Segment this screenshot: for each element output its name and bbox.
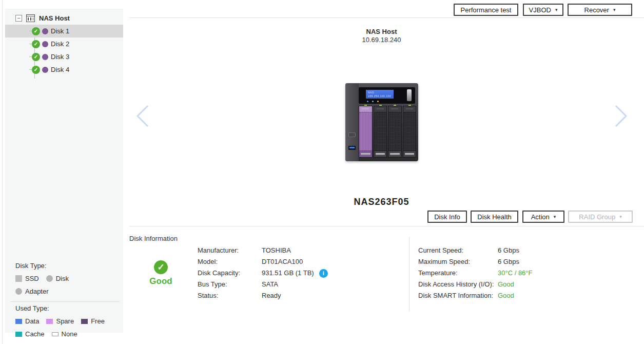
info-row: Status: Ready [198,290,362,301]
drive-bay-2 [374,106,387,158]
power-button-icon [348,132,356,137]
field-label: Maximum Speed: [418,256,498,267]
lcd-display: NAS 169.254.100.100 [366,90,394,99]
field-value: 6 Gbps [498,256,519,267]
field-value: 6 Gbps [498,245,519,256]
legend-label: SSD [25,275,39,282]
device-left-panel [345,83,359,161]
legend-divider [10,301,120,302]
drive-bays [359,106,416,158]
field-label: Model: [198,256,262,267]
dropdown-caret-icon: ▾ [619,215,622,219]
cache-swatch-icon [15,332,22,337]
data-swatch-icon [15,319,22,324]
field-value: Ready [262,290,281,301]
button-label: RAID Group [579,213,615,221]
field-value: 30°C / 86°F [498,267,532,279]
disk-information-title: Disk Information [129,235,178,242]
field-label: Disk Access History (I/O): [418,279,498,290]
field-value: SATA [262,279,278,290]
button-label: Disk Info [434,213,460,221]
disk-type-dot-icon [42,28,48,34]
column-divider [409,237,409,311]
header-divider [129,17,644,18]
spare-swatch-icon [46,319,53,324]
action-button[interactable]: Action ▾ [522,211,564,223]
usb-port-icon [348,146,356,150]
info-row: Disk SMART Information: Good [418,290,603,301]
recover-button[interactable]: Recover ▾ [568,4,632,16]
host-name: NAS Host [129,28,634,35]
collapse-icon[interactable]: − [15,15,22,22]
disk-swatch-icon [46,275,53,282]
vjbod-button[interactable]: VJBOD ▾ [523,4,563,16]
capacity-info-icon[interactable]: i [319,269,328,278]
tree-node-disk-4[interactable]: ✓ Disk 4 [5,63,123,76]
disk-info-right-column: Current Speed: 6 Gbps Maximum Speed: 6 G… [418,245,603,301]
legend-label: Cache [25,330,45,338]
lcd-line1: NAS [368,91,394,94]
health-good-check-icon: ✓ [154,260,168,274]
info-row: Model: DT01ACA100 [198,256,362,267]
tree-node-disk-2[interactable]: ✓ Disk 2 [5,37,123,50]
info-row: Disk Access History (I/O): Good [418,279,603,290]
field-label: Manufacturer: [198,245,262,256]
led-icon [367,101,368,102]
disk-type-dot-icon [42,54,48,60]
disk-health-button[interactable]: Disk Health [471,211,518,223]
legend-label: Data [25,317,39,325]
lcd-select-button-icon [407,89,412,101]
legend-label: Free [91,317,105,325]
raid-group-button-disabled: RAID Group ▾ [568,211,633,223]
dropdown-caret-icon: ▾ [613,8,616,12]
disk-info-button[interactable]: Disk Info [427,211,467,223]
health-status-text: Good [142,276,180,286]
tree-node-label: Disk 4 [51,66,69,73]
tree-node-nas-host[interactable]: − NAS Host [5,11,123,25]
free-swatch-icon [81,319,88,324]
performance-test-button[interactable]: Performance test [454,4,518,16]
drive-bay-1-selected [359,106,373,158]
info-row: Current Speed: 6 Gbps [418,245,603,256]
adapter-swatch-icon [15,288,22,295]
legend-label: None [62,330,77,338]
dropdown-caret-icon: ▾ [554,215,556,219]
disk-type-legend-title: Disk Type: [15,262,123,270]
tree-node-disk-3[interactable]: ✓ Disk 3 [5,50,123,63]
carousel-prev-icon[interactable] [133,103,152,131]
drive-bay-3 [388,106,402,158]
legend-label: Adapter [25,288,49,295]
field-value: TOSHIBA [262,245,291,256]
disk-tree-sidebar: − NAS Host ✓ Disk 1 ✓ Disk 2 ✓ Disk 3 ✓ [5,9,123,333]
section-divider [129,226,644,226]
disk-type-dot-icon [42,41,48,47]
field-label: Disk SMART Information: [418,290,498,301]
field-label: Bus Type: [198,279,262,290]
window-left-edge [2,0,3,344]
button-label: VJBOD [529,6,551,14]
none-swatch-icon [52,332,58,336]
field-label: Current Speed: [418,245,498,256]
field-value: Good [498,279,514,290]
ssd-swatch-icon [15,275,22,282]
lcd-line2: 169.254.100.100 [368,94,394,98]
disk-info-left-column: Manufacturer: TOSHIBA Model: DT01ACA100 … [198,245,362,301]
field-label: Status: [198,290,262,301]
storage-disks-page: − NAS Host ✓ Disk 1 ✓ Disk 2 ✓ Disk 3 ✓ [0,0,644,344]
led-icon [372,101,374,102]
field-label: Disk Capacity: [198,267,262,279]
legend-label: Spare [56,317,74,325]
info-row: Maximum Speed: 6 Gbps [418,256,603,267]
info-row: Bus Type: SATA [198,279,362,290]
disk-status-good-icon: ✓ [32,66,40,74]
carousel-next-icon[interactable] [612,103,630,131]
tree-node-label: Disk 1 [51,27,69,35]
disk-status-good-icon: ✓ [32,53,40,61]
field-value: 931.51 GB (1 TB) [262,267,314,279]
button-label: Action [531,213,550,221]
info-row: Manufacturer: TOSHIBA [198,245,362,256]
field-label: Temperature: [418,267,498,279]
tree-node-disk-1[interactable]: ✓ Disk 1 [5,25,123,37]
drive-bay-4 [403,106,417,158]
info-row: Disk Capacity: 931.51 GB (1 TB) i [198,267,362,279]
